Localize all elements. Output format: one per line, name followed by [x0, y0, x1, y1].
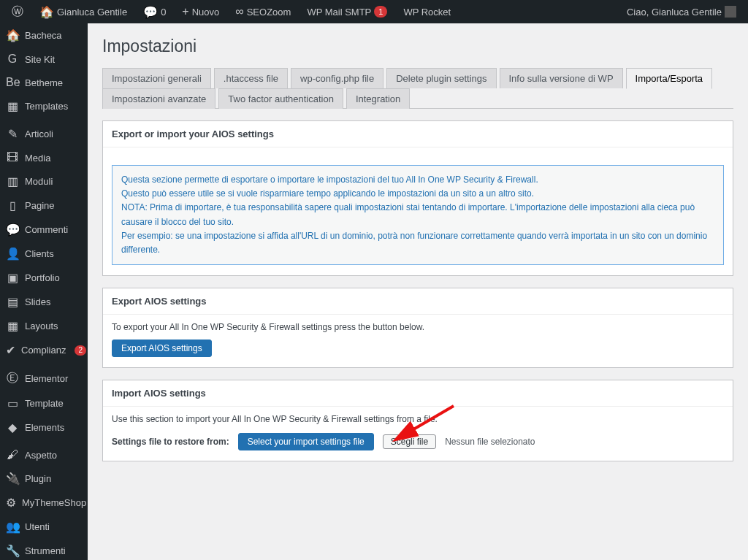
tab-integration[interactable]: Integration — [346, 88, 410, 109]
sidebar-item-clients[interactable]: 👤Clients — [0, 242, 88, 266]
import-label: Settings file to restore from: — [112, 437, 229, 447]
tab--htaccess-file[interactable]: .htaccess file — [214, 68, 288, 88]
menu-icon: 🔌 — [6, 472, 19, 486]
sidebar-item-label: Slides — [25, 296, 50, 307]
wprocket-label: WP Rocket — [403, 7, 451, 18]
sidebar-item-label: Layouts — [25, 321, 58, 331]
wp-logo[interactable]: ⓦ — [6, 0, 29, 23]
tab-info-sulla-versione-di-wp[interactable]: Info sulla versione di WP — [500, 68, 623, 88]
menu-icon: ▦ — [6, 99, 19, 113]
sidebar-item-pagine[interactable]: ▯Pagine — [0, 193, 88, 218]
menu-icon: 🏠 — [6, 28, 19, 42]
sidebar-item-label: Commenti — [25, 224, 68, 235]
menu-icon: 💬 — [6, 223, 19, 237]
new-content[interactable]: +Nuovo — [176, 0, 225, 23]
seozoom-label: SEOZoom — [247, 7, 291, 18]
sidebar-item-complianz[interactable]: ✔Complianz2 — [0, 338, 88, 362]
main-content: Impostazioni Impostazioni generali.htacc… — [88, 23, 748, 491]
menu-icon: ▯ — [6, 199, 19, 212]
import-box: Import AIOS settings Use this section to… — [102, 380, 733, 461]
sidebar-item-label: Elementor — [25, 373, 68, 384]
comments-count: 0 — [161, 7, 166, 18]
sidebar-item-label: Template — [25, 398, 64, 409]
sidebar-item-elements[interactable]: ◆Elements — [0, 415, 88, 440]
wprocket-link[interactable]: WP Rocket — [397, 0, 457, 23]
sidebar-item-media[interactable]: 🎞Media — [0, 146, 88, 169]
wpmail-link[interactable]: WP Mail SMTP1 — [301, 0, 393, 23]
menu-icon: ✎ — [6, 127, 19, 141]
choose-file-button[interactable]: Scegli file — [383, 434, 436, 449]
notice-line: Questa sezione permette di esportare o i… — [121, 173, 714, 187]
menu-icon: Be — [6, 76, 19, 89]
sidebar-item-articoli[interactable]: ✎Articoli — [0, 122, 88, 146]
infinity-icon: ∞ — [235, 5, 243, 18]
sidebar-item-aspetto[interactable]: 🖌Aspetto — [0, 443, 88, 467]
export-box: Export AIOS settings To export your All … — [102, 288, 733, 368]
home-icon: 🏠 — [39, 5, 54, 19]
menu-icon: G — [6, 53, 19, 66]
sidebar-item-label: Pagine — [25, 200, 54, 211]
export-desc: To export your All In One WP Security & … — [112, 322, 724, 332]
export-import-box: Export or import your AIOS settings Ques… — [102, 120, 733, 276]
notice-line: Per esempio: se una impostazione si affi… — [121, 229, 714, 257]
sidebar-item-templates[interactable]: ▦Templates — [0, 94, 88, 118]
sidebar-item-label: Betheme — [25, 77, 63, 88]
sidebar-item-moduli[interactable]: ▥Moduli — [0, 169, 88, 193]
new-label: Nuovo — [192, 7, 220, 18]
seozoom-link[interactable]: ∞SEOZoom — [229, 0, 297, 23]
sidebar-item-elementor[interactable]: ⒺElementor — [0, 366, 88, 391]
sidebar-item-bacheca[interactable]: 🏠Bacheca — [0, 23, 88, 47]
sidebar-item-label: Media — [25, 153, 50, 164]
comments-link[interactable]: 💬0 — [137, 0, 172, 23]
tab-wp-config-php-file[interactable]: wp-config.php file — [291, 68, 383, 88]
export-import-heading: Export or import your AIOS settings — [103, 121, 733, 147]
sidebar-item-site-kit[interactable]: GSite Kit — [0, 47, 88, 71]
sidebar-item-commenti[interactable]: 💬Commenti — [0, 218, 88, 242]
sidebar-item-betheme[interactable]: BeBetheme — [0, 71, 88, 94]
avatar — [725, 6, 736, 18]
sidebar-item-label: Articoli — [25, 129, 53, 139]
site-name[interactable]: 🏠Gianluca Gentile — [34, 0, 133, 23]
sidebar-item-label: Templates — [25, 101, 68, 112]
admin-sidebar: 🏠BachecaGSite KitBeBetheme▦Templates✎Art… — [0, 23, 88, 491]
notice-line: Questo può essere utile se si vuole risp… — [121, 187, 714, 201]
sidebar-item-plugin[interactable]: 🔌Plugin — [0, 467, 88, 491]
import-heading: Import AIOS settings — [103, 380, 733, 407]
tab-impostazioni-avanzate[interactable]: Impostazioni avanzate — [102, 88, 215, 109]
export-heading: Export AIOS settings — [103, 288, 733, 315]
menu-icon: Ⓔ — [6, 371, 19, 386]
menu-icon: 🎞 — [6, 151, 19, 164]
menu-icon: 👤 — [6, 247, 19, 261]
wpmail-badge: 1 — [374, 6, 387, 18]
import-desc: Use this section to import your All In O… — [112, 414, 724, 424]
tab-impostazioni-generali[interactable]: Impostazioni generali — [102, 68, 211, 88]
sidebar-item-label: Site Kit — [25, 54, 55, 65]
sidebar-item-label: Clients — [25, 248, 54, 259]
user-greeting[interactable]: Ciao, Gianluca Gentile — [621, 0, 742, 23]
page-title: Impostazioni — [102, 37, 733, 56]
menu-icon: ▭ — [6, 396, 19, 410]
wordpress-icon: ⓦ — [12, 4, 23, 20]
select-import-file-button[interactable]: Select your import settings file — [238, 433, 374, 450]
sidebar-item-label: Plugin — [25, 473, 51, 484]
import-form-row: Settings file to restore from: Select yo… — [112, 433, 724, 450]
sidebar-item-slides[interactable]: ▤Slides — [0, 290, 88, 314]
menu-icon: ▤ — [6, 295, 19, 309]
admin-bar: ⓦ 🏠Gianluca Gentile 💬0 +Nuovo ∞SEOZoom W… — [0, 0, 748, 23]
menu-icon: 🖌 — [6, 448, 19, 461]
sidebar-item-template[interactable]: ▭Template — [0, 391, 88, 415]
tab-two-factor-authentication[interactable]: Two factor authentication — [218, 88, 343, 109]
sidebar-item-layouts[interactable]: ▦Layouts — [0, 314, 88, 338]
menu-icon: ▦ — [6, 319, 19, 333]
export-button[interactable]: Export AIOS settings — [112, 340, 212, 357]
tab-importa-esporta[interactable]: Importa/Esporta — [626, 68, 713, 89]
notice-line: NOTA: Prima di importare, è tua responsa… — [121, 201, 714, 229]
sidebar-item-portfolio[interactable]: ▣Portfolio — [0, 266, 88, 290]
tab-delete-plugin-settings[interactable]: Delete plugin settings — [386, 68, 496, 88]
menu-icon: ▣ — [6, 271, 19, 285]
sidebar-item-label: Bacheca — [25, 30, 62, 41]
menu-icon: ◆ — [6, 421, 19, 434]
tab-bar: Impostazioni generali.htaccess filewp-co… — [102, 68, 733, 109]
sidebar-item-label: Aspetto — [25, 450, 57, 461]
site-name-label: Gianluca Gentile — [57, 7, 127, 18]
